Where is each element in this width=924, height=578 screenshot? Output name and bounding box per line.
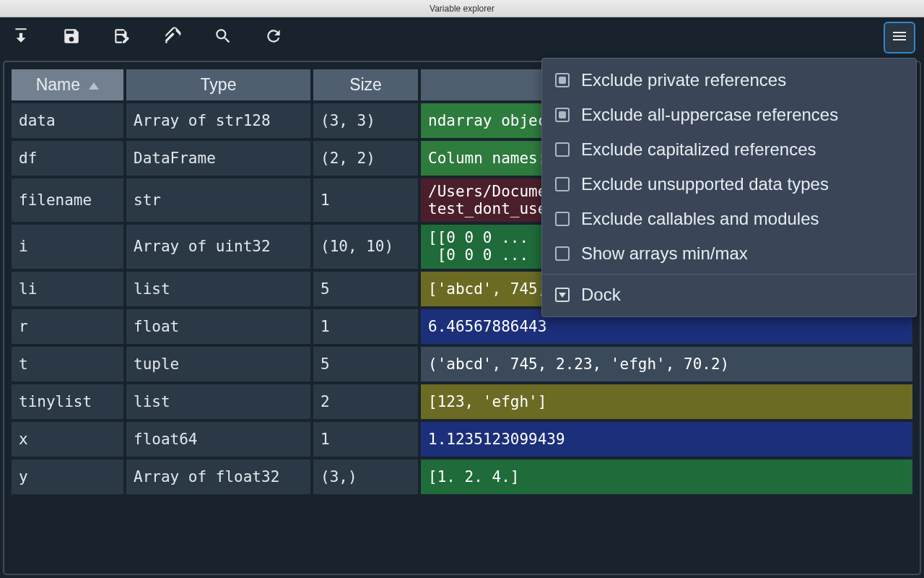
checkbox-icon <box>555 73 570 87</box>
checkbox-icon <box>555 142 570 157</box>
menu-item-label: Show arrays min/max <box>581 243 748 264</box>
column-header-name[interactable]: Name <box>12 69 123 100</box>
menu-item-label: Dock <box>581 285 621 305</box>
cell-name[interactable]: li <box>12 272 123 306</box>
cell-size[interactable]: 5 <box>313 347 418 381</box>
cell-name[interactable]: tinylist <box>12 384 123 419</box>
sort-asc-icon <box>89 82 99 90</box>
menu-item-label: Exclude all-uppercase references <box>581 105 838 125</box>
cell-value[interactable]: 1.1235123099439 <box>421 422 912 457</box>
cell-value[interactable]: [1. 2. 4.] <box>421 460 912 494</box>
toolbar <box>0 17 924 58</box>
table-row[interactable]: xfloat6411.1235123099439 <box>12 422 912 457</box>
cell-name[interactable]: data <box>12 103 123 138</box>
cell-size[interactable]: (3,) <box>313 460 418 494</box>
menu-item[interactable]: Exclude all-uppercase references <box>542 98 916 132</box>
save-as-button[interactable] <box>110 25 134 50</box>
column-header-type[interactable]: Type <box>126 69 310 100</box>
hamburger-icon <box>891 27 908 48</box>
erase-button[interactable] <box>160 25 185 50</box>
options-menu-button[interactable] <box>884 22 915 53</box>
checkbox-icon <box>555 212 570 226</box>
eraser-icon <box>163 27 182 48</box>
cell-type[interactable]: Array of str128 <box>126 103 310 138</box>
save-button[interactable] <box>59 25 84 50</box>
menu-item-label: Exclude callables and modules <box>581 209 819 229</box>
cell-size[interactable]: 1 <box>313 309 418 344</box>
dock-icon <box>555 288 570 302</box>
cell-size[interactable]: (2, 2) <box>313 141 418 176</box>
cell-name[interactable]: df <box>12 141 123 176</box>
cell-size[interactable]: 1 <box>313 178 418 222</box>
cell-name[interactable]: x <box>12 422 123 457</box>
cell-type[interactable]: float <box>126 309 310 344</box>
cell-value[interactable]: ('abcd', 745, 2.23, 'efgh', 70.2) <box>421 347 912 381</box>
menu-item[interactable]: Show arrays min/max <box>542 236 916 271</box>
search-icon <box>214 27 232 48</box>
table-row[interactable]: tinylistlist2[123, 'efgh'] <box>12 384 912 419</box>
cell-size[interactable]: 2 <box>313 384 418 419</box>
checkbox-icon <box>555 177 570 191</box>
menu-item[interactable]: Exclude callables and modules <box>542 202 916 236</box>
checkbox-icon <box>555 108 570 122</box>
menu-item[interactable]: Exclude capitalized references <box>542 132 916 167</box>
save-as-icon <box>113 27 131 48</box>
save-icon <box>62 27 81 48</box>
cell-size[interactable]: 1 <box>313 422 418 457</box>
table-row[interactable]: ttuple5('abcd', 745, 2.23, 'efgh', 70.2) <box>12 347 912 381</box>
cell-name[interactable]: r <box>12 309 123 344</box>
cell-size[interactable]: (10, 10) <box>313 225 418 268</box>
cell-type[interactable]: str <box>126 178 310 222</box>
window-title: Variable explorer <box>430 4 494 14</box>
menu-item-label: Exclude unsupported data types <box>581 174 829 194</box>
cell-type[interactable]: float64 <box>126 422 310 457</box>
menu-item[interactable]: Exclude unsupported data types <box>542 167 916 202</box>
menu-item[interactable]: Exclude private references <box>542 63 916 98</box>
cell-name[interactable]: y <box>12 460 123 494</box>
import-icon <box>12 27 30 48</box>
cell-name[interactable]: t <box>12 347 123 381</box>
refresh-button[interactable] <box>261 25 286 50</box>
menu-separator <box>542 274 916 275</box>
cell-name[interactable]: filename <box>12 178 123 222</box>
cell-size[interactable]: (3, 3) <box>313 103 418 138</box>
options-menu: Exclude private referencesExclude all-up… <box>541 58 917 317</box>
menu-item-label: Exclude capitalized references <box>581 139 816 160</box>
menu-item-dock[interactable]: Dock <box>542 277 916 312</box>
menu-item-label: Exclude private references <box>581 70 786 90</box>
cell-type[interactable]: tuple <box>126 347 310 381</box>
search-button[interactable] <box>211 25 235 50</box>
cell-size[interactable]: 5 <box>313 272 418 306</box>
cell-type[interactable]: Array of uint32 <box>126 225 310 268</box>
cell-type[interactable]: list <box>126 272 310 306</box>
refresh-icon <box>264 27 283 48</box>
window-titlebar: Variable explorer <box>0 0 924 17</box>
checkbox-icon <box>555 246 570 261</box>
column-header-size[interactable]: Size <box>313 69 418 100</box>
cell-type[interactable]: Array of float32 <box>126 460 310 494</box>
import-button[interactable] <box>9 25 33 50</box>
cell-value[interactable]: [123, 'efgh'] <box>421 384 912 419</box>
cell-type[interactable]: list <box>126 384 310 419</box>
table-row[interactable]: yArray of float32(3,)[1. 2. 4.] <box>12 460 912 494</box>
cell-type[interactable]: DataFrame <box>126 141 310 176</box>
cell-name[interactable]: i <box>12 225 123 268</box>
